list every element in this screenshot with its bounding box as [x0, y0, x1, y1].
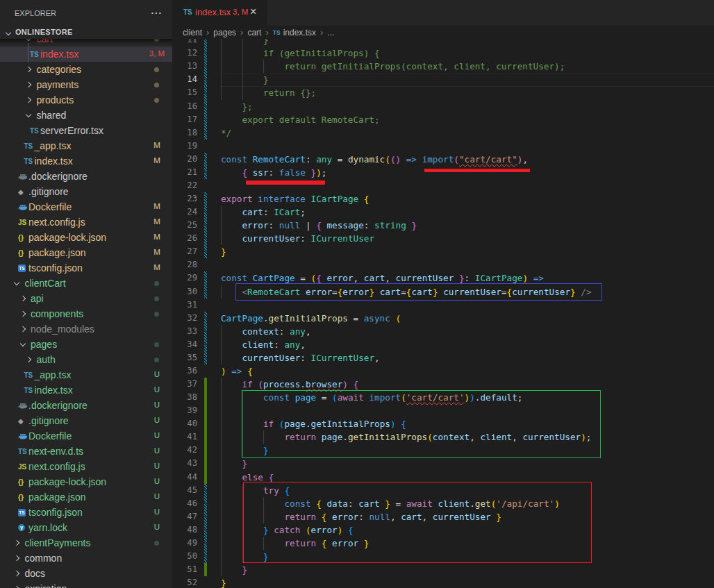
- tree-folder-components[interactable]: components: [0, 306, 172, 321]
- git-gutter-modified: [204, 86, 207, 99]
- tree-folder-categories[interactable]: categories: [0, 62, 172, 77]
- tree-folder-pages[interactable]: pages: [0, 337, 172, 352]
- breadcrumb[interactable]: client›pages›cart›TSindex.tsx›...: [172, 26, 714, 39]
- code-line-16: 16 };: [172, 100, 714, 113]
- project-section-header[interactable]: ONLINESTORE: [0, 26, 172, 39]
- tree-folder-clientCart[interactable]: clientCart: [0, 276, 172, 291]
- code-text: export default RemoteCart;: [221, 113, 380, 126]
- tree-file-tsconfig-json[interactable]: TStsconfig.jsonU: [0, 505, 172, 520]
- tree-folder-shared[interactable]: shared: [0, 108, 172, 123]
- tree-file-index-tsx[interactable]: TSindex.tsxU: [0, 383, 172, 398]
- docker-whale-icon: [18, 402, 28, 410]
- docker-whale-icon: [18, 432, 28, 440]
- tree-folder-payments[interactable]: payments: [0, 77, 172, 92]
- chevron-down-icon: [19, 340, 25, 346]
- tree-file--app-tsx[interactable]: TS_app.tsxU: [0, 367, 172, 383]
- breadcrumb-item[interactable]: cart: [247, 28, 261, 37]
- tree-item-label: .gitignore: [28, 415, 69, 426]
- code-text: ) => {: [221, 364, 253, 378]
- git-status-badge: U: [154, 523, 160, 531]
- tree-folder-auth[interactable]: auth: [0, 352, 172, 367]
- tree-item-label: .dockerignore: [28, 400, 88, 411]
- annotation-red-box-try-catch: [243, 482, 592, 563]
- line-number: 30: [172, 285, 197, 299]
- chevron-right-icon: [14, 555, 19, 560]
- tree-file-index-tsx[interactable]: TSindex.tsxM: [0, 153, 172, 169]
- chevron-right-icon: [26, 81, 31, 87]
- chevron-right-icon: [19, 310, 25, 316]
- tree-file--gitignore[interactable]: ◆.gitignoreU: [0, 413, 172, 428]
- tree-folder-api[interactable]: api: [0, 291, 172, 306]
- tab-index-tsx[interactable]: TS index.tsx 3, M ×: [172, 0, 267, 26]
- tree-folder-common[interactable]: common: [0, 551, 172, 566]
- git-status-dot: [154, 83, 159, 87]
- tree-file--app-tsx[interactable]: TS_app.tsxM: [0, 138, 172, 153]
- breadcrumb-item[interactable]: client: [183, 28, 202, 37]
- tree-file-next-config-js[interactable]: JSnext.config.jsU: [0, 459, 172, 474]
- code-text: return getInitialProps(context, client, …: [221, 60, 565, 73]
- line-number: 28: [172, 258, 197, 271]
- code-text: error: null | { message: string }: [221, 219, 417, 232]
- tree-file-package-lock-json[interactable]: {}package-lock.jsonU: [0, 474, 172, 489]
- tree-file-yarn-lock[interactable]: yyarn.lockU: [0, 520, 172, 535]
- tree-item-label: package-lock.json: [28, 232, 106, 243]
- code-text: currentUser: ICurrentUser: [221, 232, 374, 245]
- line-number: 22: [172, 179, 197, 192]
- git-gutter-added: [204, 417, 207, 430]
- line-number: 46: [172, 497, 197, 510]
- code-line-35: 35 currentUser: ICurrentUser,: [172, 351, 714, 364]
- chevron-right-icon: ›: [240, 27, 243, 37]
- line-number: 13: [172, 60, 197, 73]
- tree-file-serverError-tsx[interactable]: TSserverError.tsx: [0, 123, 172, 138]
- breadcrumb-more[interactable]: ...: [327, 28, 334, 37]
- tree-folder-docs[interactable]: docs: [0, 566, 172, 581]
- line-number: 38: [172, 391, 197, 404]
- breadcrumb-item[interactable]: index.tsx: [283, 28, 316, 37]
- line-number: 52: [172, 576, 197, 588]
- tree-file-package-lock-json[interactable]: {}package-lock.jsonM: [0, 230, 172, 245]
- line-number: 23: [172, 192, 197, 205]
- tree-folder-products[interactable]: products: [0, 92, 172, 108]
- line-number: 29: [172, 271, 197, 285]
- chevron-right-icon: [19, 326, 25, 331]
- tree-file--dockerignore[interactable]: .dockerignoreU: [0, 398, 172, 413]
- close-icon[interactable]: ×: [250, 6, 256, 18]
- tree-file-package-json[interactable]: {}package.jsonU: [0, 489, 172, 505]
- code-line-23: 23export interface ICartPage {: [172, 192, 714, 205]
- chevron-right-icon: ›: [320, 27, 323, 37]
- line-number: 27: [172, 245, 197, 258]
- tree-file-next-config-js[interactable]: JSnext.config.jsM: [0, 215, 172, 230]
- typescript-icon: TS: [24, 158, 33, 165]
- tree-file-index-tsx[interactable]: TSindex.tsx3, M: [0, 47, 172, 62]
- code-line-37: 37 if (process.browser) {: [172, 378, 714, 391]
- tree-file-package-json[interactable]: {}package.jsonM: [0, 245, 172, 260]
- breadcrumb-item[interactable]: pages: [213, 28, 236, 37]
- chevron-right-icon: [26, 356, 31, 362]
- tree-file-Dockerfile[interactable]: DockerfileM: [0, 199, 172, 215]
- git-gutter-modified: [204, 497, 207, 510]
- tree-file--dockerignore[interactable]: .dockerignore: [0, 169, 172, 184]
- tree-folder-expiration[interactable]: expiration: [0, 581, 172, 588]
- tree-folder-node-modules[interactable]: node_modules: [0, 321, 172, 337]
- annotation-green-box-browser-branch: [242, 390, 601, 458]
- git-gutter-modified: [204, 113, 207, 126]
- typescript-icon: TS: [30, 127, 39, 135]
- tree-indent-guide: [28, 43, 28, 62]
- code-line-34: 34 client: any,: [172, 338, 714, 351]
- tree-item-label: api: [31, 293, 44, 304]
- typescript-icon: TS: [24, 142, 33, 150]
- tree-folder-clientPayments[interactable]: clientPayments: [0, 535, 172, 551]
- more-actions-icon[interactable]: ···: [151, 8, 163, 18]
- tree-file--gitignore[interactable]: ◆.gitignore: [0, 184, 172, 199]
- code-text: }: [221, 245, 226, 258]
- git-gutter-modified: [204, 325, 207, 338]
- git-gutter-modified: [204, 73, 207, 86]
- code-text: cart: ICart;: [221, 205, 306, 219]
- tree-file-Dockerfile[interactable]: DockerfileU: [0, 428, 172, 444]
- tree-file-next-env-d-ts[interactable]: TSnext-env.d.tsU: [0, 444, 172, 459]
- tree-file-tsconfig-json[interactable]: TStsconfig.jsonM: [0, 260, 172, 276]
- chevron-down-icon: [14, 279, 19, 285]
- code-line-15: 15 return {};: [172, 86, 714, 99]
- code-line-19: 19: [172, 140, 714, 153]
- typescript-icon: TS: [24, 371, 33, 379]
